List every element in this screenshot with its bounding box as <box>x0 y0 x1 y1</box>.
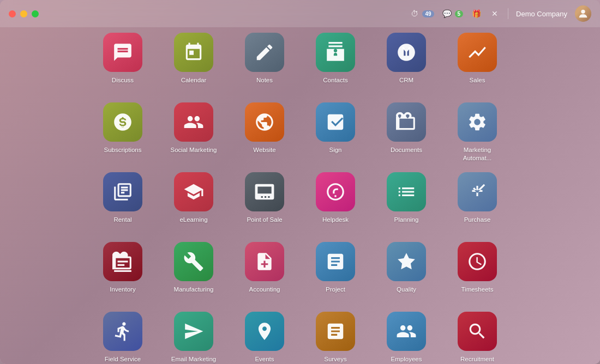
app-purchase[interactable]: Purchase <box>447 172 507 238</box>
window-controls <box>9 10 39 17</box>
elearning-label: eLearning <box>179 216 207 224</box>
app-point-of-sale[interactable]: Point of Sale <box>235 172 295 238</box>
chat-badge[interactable]: 💬 5 <box>442 8 464 19</box>
rental-label: Rental <box>113 216 131 224</box>
maximize-button[interactable] <box>32 10 39 17</box>
close-button[interactable] <box>9 10 16 17</box>
documents-icon <box>387 102 426 142</box>
recruitment-label: Recruitment <box>460 355 494 363</box>
events-label: Events <box>255 355 274 363</box>
employees-label: Employees <box>391 355 422 363</box>
purchase-icon <box>458 172 497 211</box>
app-calendar[interactable]: Calendar <box>164 33 224 98</box>
sign-label: Sign <box>329 146 341 154</box>
social-marketing-label: Social Marketing <box>170 146 217 154</box>
divider <box>508 8 508 19</box>
contacts-icon <box>316 33 355 72</box>
clock-badge[interactable]: ⏱ 49 <box>409 8 434 19</box>
app-subscriptions[interactable]: Subscriptions <box>93 102 153 168</box>
website-label: Website <box>253 146 275 154</box>
svg-rect-1 <box>118 260 128 262</box>
app-project[interactable]: Project <box>305 242 365 307</box>
main-window: ⏱ 49 💬 5 🎁 ✕ Demo Company <box>0 0 600 364</box>
planning-label: Planning <box>394 216 419 224</box>
app-grid-container: Discuss Calendar Notes <box>0 27 600 364</box>
app-accounting[interactable]: Accounting <box>235 242 295 307</box>
company-name: Demo Company <box>516 10 567 18</box>
app-elearning[interactable]: eLearning <box>164 172 224 238</box>
app-website[interactable]: Website <box>235 102 295 168</box>
app-grid: Discuss Calendar Notes <box>93 33 507 364</box>
rental-icon <box>103 172 142 211</box>
timesheets-label: Timesheets <box>461 286 493 294</box>
app-documents[interactable]: Documents <box>376 102 436 168</box>
contacts-label: Contacts <box>323 76 347 84</box>
helpdesk-label: Helpdesk <box>322 216 349 224</box>
sales-icon <box>458 33 497 72</box>
manufacturing-label: Manufacturing <box>174 286 214 294</box>
surveys-icon <box>316 312 355 351</box>
discuss-label: Discuss <box>112 76 134 84</box>
app-planning[interactable]: Planning <box>376 172 436 238</box>
quality-icon <box>387 242 426 281</box>
email-marketing-icon <box>174 312 213 351</box>
app-rental[interactable]: Rental <box>93 172 153 238</box>
planning-icon <box>387 172 426 211</box>
svg-rect-2 <box>118 264 125 266</box>
recruitment-icon <box>458 312 497 351</box>
marketing-automation-label: Marketing Automat... <box>450 146 505 162</box>
titlebar: ⏱ 49 💬 5 🎁 ✕ Demo Company <box>0 0 600 27</box>
app-social-marketing[interactable]: Social Marketing <box>164 102 224 168</box>
project-label: Project <box>326 286 345 294</box>
events-icon <box>245 312 284 351</box>
employees-icon <box>387 312 426 351</box>
pos-icon <box>245 172 284 211</box>
avatar[interactable] <box>575 5 591 22</box>
marketing-automation-icon <box>458 102 497 142</box>
app-contacts[interactable]: Contacts <box>305 33 365 98</box>
app-employees[interactable]: Employees <box>376 312 436 364</box>
app-helpdesk[interactable]: Helpdesk <box>305 172 365 238</box>
app-recruitment[interactable]: Recruitment <box>447 312 507 364</box>
app-discuss[interactable]: Discuss <box>93 33 153 98</box>
accounting-label: Accounting <box>249 286 280 294</box>
elearning-icon <box>174 172 213 211</box>
app-email-marketing[interactable]: Email Marketing <box>164 312 224 364</box>
helpdesk-icon <box>316 172 355 211</box>
app-surveys[interactable]: Surveys <box>305 312 365 364</box>
app-sign[interactable]: Sign <box>305 102 365 168</box>
chat-icon: 💬 <box>442 8 453 19</box>
calendar-label: Calendar <box>181 76 207 84</box>
subscriptions-label: Subscriptions <box>104 146 141 154</box>
minimize-button[interactable] <box>20 10 27 17</box>
app-manufacturing[interactable]: Manufacturing <box>164 242 224 307</box>
svg-point-0 <box>581 10 585 14</box>
close-icon[interactable]: ✕ <box>489 8 500 19</box>
app-sales[interactable]: Sales <box>447 33 507 98</box>
app-field-service[interactable]: Field Service <box>93 312 153 364</box>
app-timesheets[interactable]: Timesheets <box>447 242 507 307</box>
app-notes[interactable]: Notes <box>235 33 295 98</box>
pos-label: Point of Sale <box>247 216 282 224</box>
app-events[interactable]: Events <box>235 312 295 364</box>
titlebar-right: ⏱ 49 💬 5 🎁 ✕ Demo Company <box>409 5 591 22</box>
calendar-icon <box>174 33 213 72</box>
social-marketing-icon <box>174 102 213 142</box>
chat-count: 5 <box>455 10 464 17</box>
app-quality[interactable]: Quality <box>376 242 436 307</box>
app-marketing-automation[interactable]: Marketing Automat... <box>447 102 507 168</box>
app-inventory[interactable]: Inventory <box>93 242 153 307</box>
purchase-label: Purchase <box>464 216 491 224</box>
website-icon <box>245 102 284 142</box>
app-crm[interactable]: CRM <box>376 33 436 98</box>
subscriptions-icon <box>103 102 142 142</box>
inventory-icon <box>103 242 142 281</box>
clock-icon: ⏱ <box>409 8 420 19</box>
inventory-label: Inventory <box>110 286 135 294</box>
sign-icon <box>316 102 355 142</box>
crm-icon <box>387 33 426 72</box>
email-marketing-label: Email Marketing <box>171 355 216 363</box>
gift-icon[interactable]: 🎁 <box>471 8 482 19</box>
discuss-icon <box>103 33 142 72</box>
clock-count: 49 <box>422 10 434 17</box>
